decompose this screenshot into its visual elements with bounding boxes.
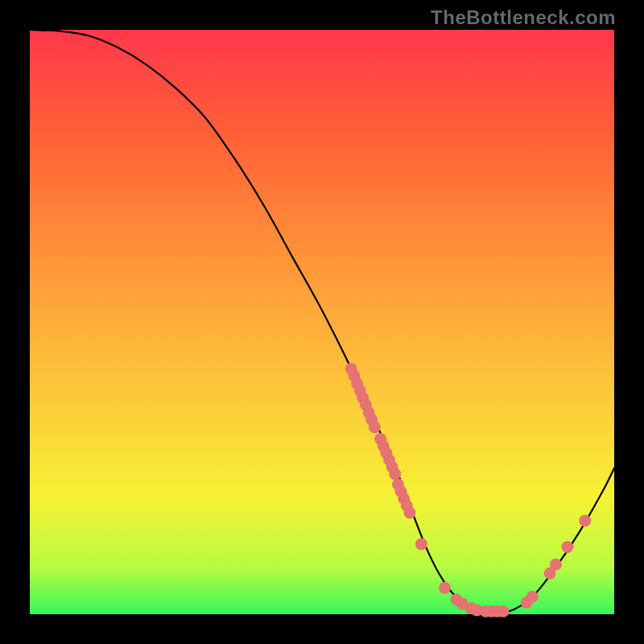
highlight-dots: [345, 363, 591, 617]
marker-dot: [579, 514, 591, 526]
marker-dot: [439, 582, 451, 594]
marker-dot: [561, 541, 573, 553]
plot-area: [28, 28, 616, 616]
marker-dot: [550, 559, 562, 571]
marker-dot: [369, 421, 381, 433]
marker-dot: [389, 468, 401, 480]
chart-stage: TheBottleneck.com: [0, 0, 644, 644]
marker-dot: [403, 506, 415, 518]
marker-dot: [526, 591, 539, 603]
chart-svg: [30, 30, 614, 614]
marker-dot: [497, 605, 510, 617]
marker-dot: [415, 538, 427, 550]
watermark-text: TheBottleneck.com: [431, 6, 616, 29]
bottleneck-curve: [30, 30, 614, 613]
